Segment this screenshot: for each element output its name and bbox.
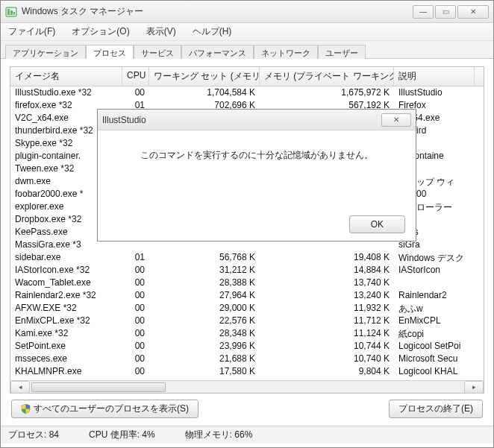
table-row[interactable]: IllustStudio.exe *32001,704,584 K1,675,9…: [10, 86, 484, 99]
cell-cpu: 00: [122, 289, 149, 302]
titlebar[interactable]: Windows タスク マネージャー — ▭ ✕: [1, 1, 493, 23]
cell-desc: Windows デスク: [394, 251, 475, 264]
cell-pws: 9,804 K: [260, 365, 394, 378]
col-image-name[interactable]: イメージ名: [10, 67, 122, 86]
tab-bar: アプリケーション プロセス サービス パフォーマンス ネットワーク ユーザー: [1, 41, 493, 59]
table-row[interactable]: Wacom_Tablet.exe0028,388 K13,740 K: [10, 277, 484, 289]
col-cpu[interactable]: CPU: [122, 67, 149, 86]
col-description[interactable]: 説明: [394, 67, 475, 86]
cell-desc: Logicool SetPoi: [394, 340, 475, 353]
cell-name: KHALMNPR.exe: [10, 365, 122, 378]
table-row[interactable]: SetPoint.exe0023,996 K10,744 KLogicool S…: [10, 340, 484, 353]
cell-cpu: 00: [122, 327, 149, 340]
table-row[interactable]: Rainlendar2.exe *320027,964 K13,240 KRai…: [10, 289, 484, 302]
show-all-users-button[interactable]: すべてのユーザーのプロセスを表示(S): [11, 400, 198, 418]
cell-pws: 11,712 K: [260, 315, 394, 327]
cell-cpu: 00: [122, 277, 149, 289]
tab-network[interactable]: ネットワーク: [254, 45, 318, 59]
menu-file[interactable]: ファイル(F): [5, 24, 58, 40]
cell-cpu: 00: [122, 378, 149, 380]
cell-desc: あふw: [394, 302, 475, 315]
col-private-ws[interactable]: メモリ (プライベート ワーキング セット): [260, 67, 394, 86]
cell-desc: 紙copi: [394, 327, 475, 340]
cell-ws: 1,704,584 K: [149, 86, 260, 99]
cell-cpu: 01: [122, 251, 149, 264]
cell-pws: 14,884 K: [260, 264, 394, 277]
scroll-right-button[interactable]: ▸: [464, 381, 484, 394]
cell-pws: 11,932 K: [260, 302, 394, 315]
col-working-set[interactable]: ワーキング セット (メモリ): [149, 67, 260, 86]
cell-cpu: 00: [122, 86, 149, 99]
cell-cpu: 00: [122, 302, 149, 315]
tab-processes[interactable]: プロセス: [86, 45, 134, 59]
cell-desc: Microsoft Secu: [394, 353, 475, 365]
end-process-button[interactable]: プロセスの終了(E): [389, 400, 483, 418]
window-title: Windows タスク マネージャー: [22, 5, 413, 18]
cell-pws: 19,408 K: [260, 251, 394, 264]
cell-ws: 23,060 K: [149, 378, 260, 380]
tab-applications[interactable]: アプリケーション: [5, 45, 86, 59]
tab-performance[interactable]: パフォーマンス: [181, 45, 254, 59]
menu-options[interactable]: オプション(O): [69, 24, 132, 40]
table-row[interactable]: argexec.exe *320023,060 K7,424 Kargexec: [10, 378, 484, 380]
table-row[interactable]: EnMixCPL.exe *320022,576 K11,712 KEnMixC…: [10, 315, 484, 327]
cell-ws: 27,964 K: [149, 289, 260, 302]
table-row[interactable]: AFXW.EXE *320029,000 K11,932 Kあふw: [10, 302, 484, 315]
cell-ws: 23,996 K: [149, 340, 260, 353]
error-dialog: IllustStudio ✕ このコマンドを実行するのに十分な記憶域がありません…: [97, 109, 416, 242]
shield-icon: [21, 404, 31, 414]
cell-ws: 21,688 K: [149, 353, 260, 365]
status-processes: プロセス: 84: [8, 429, 59, 441]
cell-cpu: 00: [122, 315, 149, 327]
dialog-close-button[interactable]: ✕: [381, 113, 411, 127]
svg-rect-3: [13, 12, 15, 15]
cell-ws: 29,000 K: [149, 302, 260, 315]
cell-name: IAStorIcon.exe *32: [10, 264, 122, 277]
status-memory: 物理メモリ: 66%: [185, 429, 253, 441]
cell-desc: Rainlendar2: [394, 289, 475, 302]
cell-ws: 56,768 K: [149, 251, 260, 264]
table-row[interactable]: Kami.exe *320028,348 K11,124 K紙copi: [10, 327, 484, 340]
cell-name: Rainlendar2.exe *32: [10, 289, 122, 302]
svg-rect-1: [7, 9, 10, 15]
cell-name: IllustStudio.exe *32: [10, 86, 122, 99]
menu-help[interactable]: ヘルプ(H): [190, 24, 235, 40]
cell-name: SetPoint.exe: [10, 340, 122, 353]
menubar: ファイル(F) オプション(O) 表示(V) ヘルプ(H): [1, 23, 493, 41]
minimize-button[interactable]: —: [413, 5, 434, 19]
table-row[interactable]: msseces.exe0021,688 K10,740 KMicrosoft S…: [10, 353, 484, 365]
cell-name: EnMixCPL.exe *32: [10, 315, 122, 327]
table-row[interactable]: IAStorIcon.exe *320031,212 K14,884 KIASt…: [10, 264, 484, 277]
cell-pws: 10,740 K: [260, 353, 394, 365]
cell-pws: 11,124 K: [260, 327, 394, 340]
scroll-left-button[interactable]: ◂: [10, 381, 30, 394]
dialog-message: このコマンドを実行するのに十分な記憶域がありません。: [98, 130, 416, 171]
cell-ws: 17,580 K: [149, 365, 260, 378]
maximize-button[interactable]: ▭: [435, 5, 456, 19]
dialog-titlebar[interactable]: IllustStudio ✕: [98, 110, 416, 130]
status-bar: プロセス: 84 CPU 使用率: 4% 物理メモリ: 66%: [1, 426, 493, 444]
cell-pws: 10,744 K: [260, 340, 394, 353]
close-button[interactable]: ✕: [457, 5, 489, 19]
list-header: イメージ名 CPU ワーキング セット (メモリ) メモリ (プライベート ワー…: [10, 67, 484, 86]
cell-name: AFXW.EXE *32: [10, 302, 122, 315]
table-row[interactable]: KHALMNPR.exe0017,580 K9,804 KLogicool KH…: [10, 365, 484, 378]
cell-ws: 28,388 K: [149, 277, 260, 289]
dialog-ok-button[interactable]: OK: [349, 215, 405, 233]
cell-name: Kami.exe *32: [10, 327, 122, 340]
cell-desc: EnMixCPL: [394, 315, 475, 327]
cell-desc: argexec: [394, 378, 475, 380]
menu-view[interactable]: 表示(V): [143, 24, 179, 40]
scroll-thumb[interactable]: [31, 382, 166, 392]
cell-desc: [394, 277, 475, 289]
tab-services[interactable]: サービス: [134, 45, 181, 59]
cell-pws: 1,675,972 K: [260, 86, 394, 99]
tab-users[interactable]: ユーザー: [318, 45, 366, 59]
table-row[interactable]: sidebar.exe0156,768 K19,408 KWindows デスク: [10, 251, 484, 264]
cell-desc: Logicool KHAL: [394, 365, 475, 378]
cell-name: sidebar.exe: [10, 251, 122, 264]
dialog-title: IllustStudio: [102, 115, 381, 125]
horizontal-scrollbar[interactable]: ◂ ▸: [10, 380, 484, 393]
show-all-users-label: すべてのユーザーのプロセスを表示(S): [34, 403, 189, 415]
footer-buttons: すべてのユーザーのプロセスを表示(S) プロセスの終了(E): [10, 394, 484, 421]
